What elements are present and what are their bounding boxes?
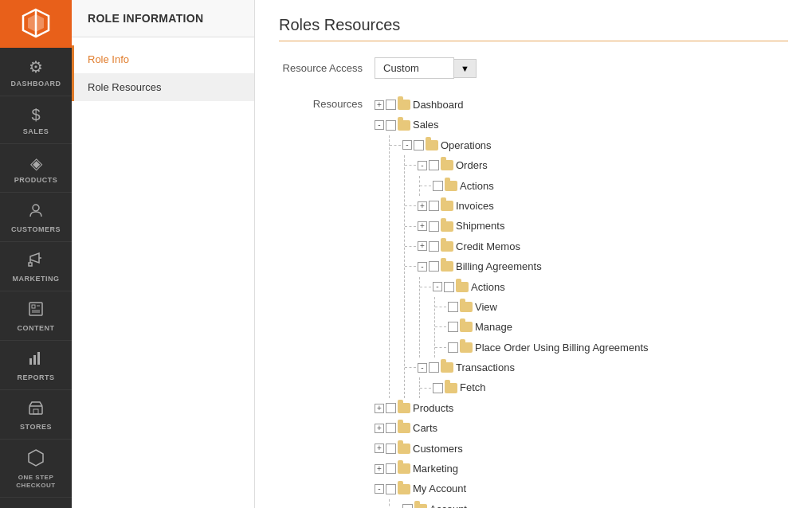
sidebar-item-products[interactable]: ◈ PRODUCTS [0, 144, 72, 193]
cb-orders-actions[interactable] [433, 181, 443, 191]
toggle-dashboard[interactable]: + [375, 100, 384, 110]
nav-item-role-resources[interactable]: Role Resources [72, 73, 254, 101]
cb-manage[interactable] [448, 322, 458, 332]
left-panel-header: ROLE INFORMATION [72, 0, 254, 37]
left-panel-nav: Role Info Role Resources [72, 37, 254, 109]
cb-dashboard[interactable] [386, 100, 396, 110]
label-transactions: Transactions [456, 358, 515, 377]
operations-children: - Orders Actions [404, 155, 649, 398]
label-operations: Operations [441, 136, 492, 154]
cb-billing-agreements[interactable] [429, 261, 439, 272]
connector-orders-actions [420, 186, 431, 186]
tree-node-operations: - Operations [390, 135, 649, 155]
sidebar-item-one-step-checkout[interactable]: ONE STEP CHECKOUT [0, 440, 72, 498]
label-marketing: Marketing [413, 459, 458, 478]
reports-icon [28, 350, 44, 370]
cb-fetch[interactable] [433, 383, 443, 393]
folder-carts [398, 423, 410, 433]
title-divider [279, 41, 788, 41]
cb-marketing[interactable] [386, 463, 396, 474]
cb-view[interactable] [448, 302, 458, 312]
cb-products[interactable] [386, 403, 396, 413]
connector-view [435, 307, 446, 307]
label-customers: Customers [413, 440, 463, 458]
label-dashboard: Dashboard [413, 96, 464, 114]
resource-access-select-wrapper: Custom All ▼ [375, 57, 477, 79]
folder-fetch [445, 383, 457, 393]
cb-orders[interactable] [429, 160, 439, 170]
sales-children: - Operations - Orders [389, 135, 649, 398]
connector-credit-memos [405, 246, 416, 247]
connector-invoices [405, 205, 416, 206]
toggle-my-account[interactable]: - [375, 484, 384, 494]
label-orders-actions: Actions [460, 177, 494, 195]
toggle-carts[interactable]: + [375, 424, 384, 433]
sidebar-item-customers[interactable]: CUSTOMERS [0, 193, 72, 242]
cb-operations[interactable] [414, 140, 424, 150]
connector-place-order [435, 347, 446, 348]
toggle-orders[interactable]: - [418, 161, 427, 170]
cb-credit-memos[interactable] [429, 241, 439, 252]
resource-access-dropdown-btn[interactable]: ▼ [454, 59, 477, 78]
cb-place-order[interactable] [448, 342, 458, 353]
cb-sales[interactable] [386, 120, 396, 131]
toggle-operations[interactable]: - [402, 140, 412, 150]
toggle-invoices[interactable]: + [418, 201, 427, 211]
cb-account[interactable] [402, 504, 413, 508]
folder-ba-actions [456, 282, 469, 292]
sidebar: ⚙ DASHBOARD $ SALES ◈ PRODUCTS CUSTOMERS… [0, 0, 72, 508]
toggle-sales[interactable]: - [375, 120, 384, 130]
one-step-checkout-icon [27, 449, 45, 471]
folder-place-order [460, 342, 473, 353]
label-sales: Sales [413, 115, 439, 134]
cb-transactions[interactable] [429, 362, 439, 373]
tree-node-products: + Products [375, 398, 649, 418]
toggle-ba-actions[interactable]: - [433, 282, 442, 291]
cb-customers[interactable] [386, 444, 396, 454]
toggle-products[interactable]: + [375, 404, 384, 413]
label-ba-actions: Actions [471, 278, 505, 296]
nav-item-role-info[interactable]: Role Info [72, 45, 254, 73]
svg-rect-15 [37, 352, 40, 365]
sidebar-item-content[interactable]: CONTENT [0, 291, 72, 341]
main-content: Roles Resources Resource Access Custom A… [255, 0, 812, 508]
connector-shipments [405, 226, 416, 227]
tree-node-marketing: + Marketing [375, 459, 649, 479]
sidebar-item-reports[interactable]: REPORTS [0, 341, 72, 390]
tree-node-credit-memos: + Credit Memos [405, 236, 649, 256]
label-billing-agreements: Billing Agreements [456, 257, 542, 275]
tree-node-billing-agreements: - Billing Agreements [405, 256, 649, 276]
label-account: Account [430, 500, 467, 508]
customers-icon [28, 202, 44, 222]
sidebar-item-stores[interactable]: STORES [0, 390, 72, 440]
toggle-credit-memos[interactable]: + [418, 241, 427, 251]
toggle-marketing[interactable]: + [375, 464, 384, 474]
sidebar-item-sales[interactable]: $ SALES [0, 96, 72, 144]
cb-my-account[interactable] [386, 484, 396, 494]
label-place-order: Place Order Using Billing Agreements [475, 338, 649, 357]
orders-children: Actions [419, 176, 649, 196]
cb-shipments[interactable] [429, 221, 439, 232]
resource-access-select[interactable]: Custom All [375, 57, 454, 79]
tree-node-invoices: + Invoices [405, 196, 649, 216]
folder-marketing [398, 463, 410, 474]
toggle-transactions[interactable]: - [418, 363, 427, 373]
folder-my-account [398, 484, 410, 494]
connector-transactions [405, 367, 416, 368]
folder-shipments [441, 221, 453, 232]
folder-operations [426, 140, 438, 150]
products-icon: ◈ [30, 154, 42, 173]
toggle-billing-agreements[interactable]: - [418, 262, 427, 272]
toggle-shipments[interactable]: + [418, 221, 427, 231]
cb-carts[interactable] [386, 423, 396, 433]
sidebar-item-products-label: PRODUCTS [14, 176, 58, 184]
sidebar-item-marketing[interactable]: MARKETING [0, 242, 72, 291]
page-title: Roles Resources [279, 16, 788, 34]
toggle-customers[interactable]: + [375, 444, 384, 453]
my-account-children: Account [389, 499, 649, 508]
sidebar-item-dashboard[interactable]: ⚙ DASHBOARD [0, 48, 72, 96]
cb-ba-actions[interactable] [444, 282, 454, 292]
folder-manage [460, 322, 473, 332]
svg-point-3 [33, 205, 39, 211]
cb-invoices[interactable] [429, 201, 439, 211]
